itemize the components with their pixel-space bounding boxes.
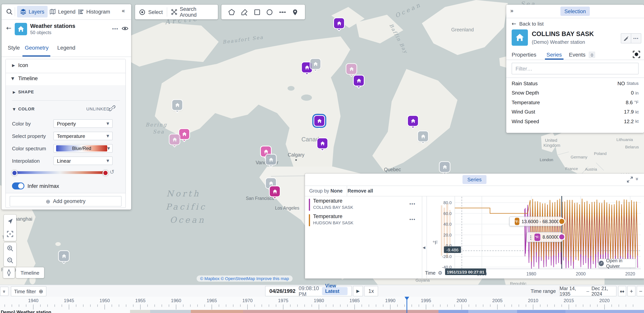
drag-handle-icon[interactable] <box>512 219 512 224</box>
time-filter-button[interactable]: Time filter ⊕ <box>11 286 46 296</box>
section-icon[interactable]: ▶ Icon <box>6 59 126 73</box>
drop-pin-icon[interactable] <box>292 9 298 15</box>
series-legend-item[interactable]: TemperatureCOLLINS BAY SASK••• <box>305 197 422 212</box>
tab-series[interactable]: Series <box>546 52 562 58</box>
timeline-axis[interactable]: 1940194519501955196019651970197519801985… <box>0 297 644 313</box>
axis-settings-gear-icon[interactable]: ⚙ <box>438 270 442 276</box>
reset-gradient-icon[interactable]: ↺ <box>110 168 114 175</box>
tab-geometry[interactable]: Geometry <box>24 45 49 51</box>
add-geometry-button[interactable]: ⊕ Add geometry <box>10 196 122 206</box>
draw-pen-icon[interactable] <box>241 9 248 15</box>
series-legend-item[interactable]: TemperatureHUDSON BAY SASK••• <box>305 212 422 228</box>
selection-header-tab[interactable]: Selection <box>560 7 590 16</box>
zoom-out-button[interactable] <box>7 254 13 266</box>
station-marker[interactable] <box>172 100 182 113</box>
property-row[interactable]: Wind Gust17.9kt <box>506 107 644 117</box>
property-row[interactable]: Rain StatusNOStatus <box>506 79 644 88</box>
search-around-button[interactable]: Search Around <box>167 5 218 19</box>
layer-more-icon[interactable]: ••• <box>112 26 118 31</box>
layer-visibility-icon[interactable] <box>122 26 128 31</box>
series-menu-icon[interactable]: ••• <box>410 217 416 222</box>
station-marker[interactable] <box>440 162 450 175</box>
open-in-quiver-button[interactable]: ↗ Open in Quiver <box>598 259 636 268</box>
slider-handle-min[interactable] <box>12 170 18 176</box>
playback-speed-button[interactable]: 1x <box>364 286 378 296</box>
map-attribution[interactable]: © Mapbox © OpenStreetMap Improve this ma… <box>196 275 292 282</box>
maximize-panel-icon[interactable] <box>627 177 633 182</box>
remove-all-button[interactable]: Remove all <box>343 186 377 196</box>
station-marker[interactable] <box>346 64 356 77</box>
focus-object-icon[interactable] <box>633 51 640 58</box>
layer-title[interactable]: Weather stations <box>30 23 75 29</box>
select-property-select[interactable]: Temperature▼ <box>54 132 112 140</box>
fit-bounds-button[interactable] <box>7 228 13 240</box>
station-marker[interactable] <box>170 134 180 148</box>
series-header-tab[interactable]: Series <box>462 175 486 184</box>
draw-path-icon[interactable] <box>279 9 286 15</box>
tab-properties[interactable]: Properties <box>512 52 536 58</box>
search-icon[interactable] <box>6 9 13 15</box>
edit-disabled-button[interactable] <box>621 34 631 43</box>
section-shape[interactable]: ▶ SHAPE <box>6 88 126 98</box>
pan-to-location-button[interactable] <box>7 215 13 228</box>
station-marker[interactable] <box>310 59 320 72</box>
zoom-in-time-button[interactable]: + <box>627 286 636 296</box>
draw-rectangle-icon[interactable] <box>254 9 260 15</box>
station-marker[interactable] <box>179 129 189 142</box>
property-row[interactable]: Snow Depth0in <box>506 88 644 98</box>
axis-collapse-gutter[interactable]: ◀ <box>422 196 427 278</box>
fit-time-range-button[interactable]: ↔ <box>618 286 626 296</box>
view-latest-button[interactable]: View Latest → <box>322 287 348 295</box>
series-value-flag[interactable]: °F: 13.6000 - 68.3000 <box>509 216 562 226</box>
collapse-panel-icon[interactable]: « <box>122 7 125 14</box>
infer-minmax-toggle[interactable] <box>12 182 24 189</box>
timeline-toggle-button[interactable]: Timeline <box>16 267 44 278</box>
station-marker[interactable] <box>266 155 276 168</box>
select-tool-button[interactable]: Select <box>135 5 166 19</box>
station-marker[interactable] <box>354 76 364 89</box>
section-timeline[interactable]: ▼ Timeline <box>6 73 126 85</box>
station-marker[interactable] <box>317 138 328 151</box>
color-spectrum-select[interactable]: Blue/Red ▼ <box>54 144 112 153</box>
play-button[interactable]: ▶ <box>353 286 363 296</box>
color-by-select[interactable]: Property▼ <box>54 119 112 128</box>
station-marker[interactable] <box>270 186 280 199</box>
back-to-list-button[interactable]: ← Back to list <box>512 19 544 28</box>
draw-circle-icon[interactable] <box>266 9 273 15</box>
tab-legend-style[interactable]: Legend <box>56 45 76 51</box>
zoom-out-time-button[interactable]: − <box>637 286 644 296</box>
station-marker[interactable] <box>418 131 428 145</box>
drag-handle-icon[interactable] <box>530 234 532 240</box>
properties-filter-input[interactable] <box>512 63 638 74</box>
station-marker-selected[interactable] <box>314 116 324 129</box>
series-value-flag[interactable]: °F: 8.60000 <box>527 232 562 242</box>
tab-style[interactable]: Style <box>7 45 20 51</box>
zoom-in-button[interactable] <box>7 242 13 254</box>
tab-histogram[interactable]: Histogram <box>75 6 113 18</box>
station-marker[interactable] <box>334 18 344 31</box>
tab-legend[interactable]: Legend <box>46 6 78 18</box>
compass-control[interactable] <box>3 267 15 278</box>
timeline-ruler[interactable]: 1940194519501955196019651970197519801985… <box>0 297 644 313</box>
series-menu-icon[interactable]: ••• <box>410 201 416 206</box>
more-actions-button[interactable]: ••• <box>631 34 641 43</box>
expand-panel-icon[interactable]: » <box>510 7 514 14</box>
broken-link-icon[interactable] <box>109 105 115 112</box>
station-marker[interactable] <box>408 116 418 129</box>
tab-events[interactable]: Events <box>569 52 586 58</box>
property-row[interactable]: Wind Speed12.2kt <box>506 117 644 126</box>
group-by-control[interactable]: Group by None <box>305 186 347 196</box>
selected-object-title[interactable]: COLLINS BAY SASK <box>532 30 594 38</box>
draw-polygon-icon[interactable] <box>228 9 235 15</box>
tab-layers[interactable]: Layers <box>17 6 48 18</box>
time-range-input[interactable]: Mar 14, 1935–Dec 21, 2024 <box>559 286 616 296</box>
back-icon[interactable]: ← <box>6 25 12 32</box>
property-row[interactable]: Temperature8.6°F <box>506 98 644 107</box>
current-time-control[interactable]: 04/26/1992 09:08:10 PM View Latest → <box>265 286 352 296</box>
collapse-timeline-button[interactable]: » <box>0 287 8 296</box>
gradient-slider[interactable] <box>14 171 106 174</box>
station-marker[interactable] <box>59 251 69 264</box>
section-color[interactable]: ▼ COLOR UNLINKED <box>6 104 126 116</box>
interpolation-select[interactable]: Linear▼ <box>54 157 112 165</box>
collapse-panel-down-icon[interactable]: » <box>634 177 640 180</box>
